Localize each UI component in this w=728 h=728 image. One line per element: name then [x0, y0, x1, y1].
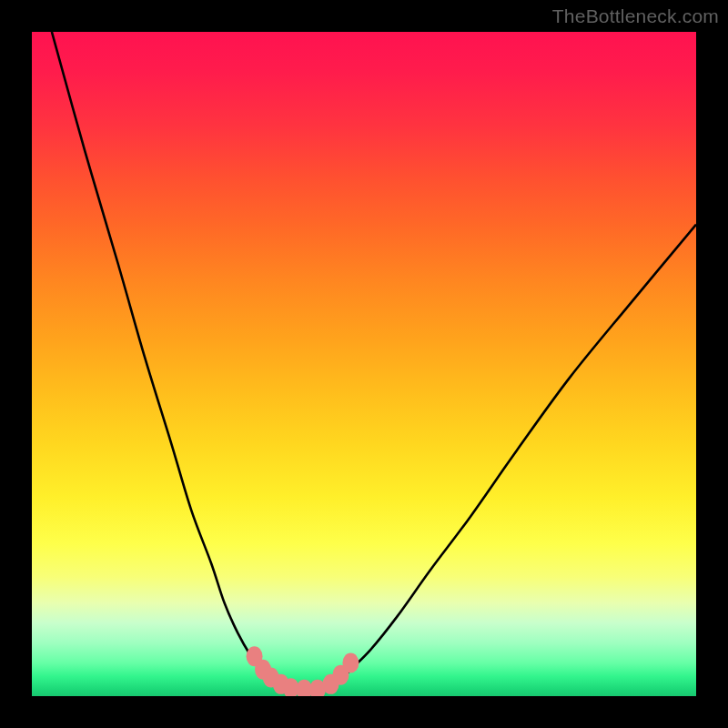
marker-point — [342, 653, 359, 673]
left-curve — [52, 32, 291, 690]
marker-cluster — [247, 646, 359, 696]
curve-layer — [32, 32, 696, 696]
chart-frame: TheBottleneck.com — [0, 0, 728, 728]
right-curve — [324, 225, 696, 690]
plot-area — [32, 32, 696, 696]
watermark-text: TheBottleneck.com — [552, 5, 719, 27]
